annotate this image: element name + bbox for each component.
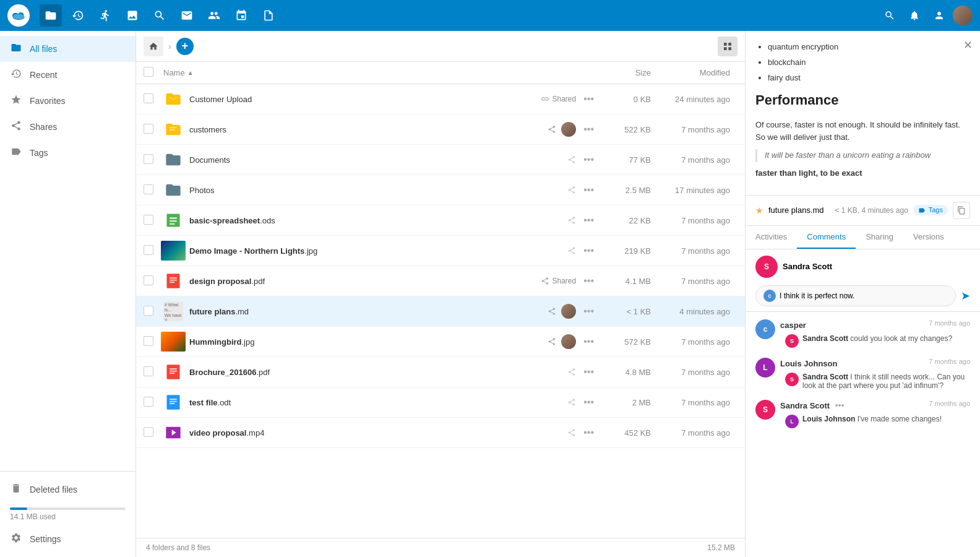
file-type-icon (163, 392, 183, 412)
search-icon[interactable] (879, 4, 901, 27)
sidebar-item-recent[interactable]: Recent (0, 62, 135, 88)
grid-view-button[interactable] (718, 37, 737, 56)
user-icon[interactable] (928, 4, 950, 27)
sidebar-item-label: Settings (30, 534, 61, 544)
nav-notes-icon[interactable] (257, 4, 280, 27)
add-button[interactable]: + (176, 38, 194, 55)
row-actions-menu[interactable]: ••• (581, 426, 596, 439)
comment-thread: L Louis Johnson 7 months ago S Sandra Sc… (755, 358, 970, 390)
compose-text-input[interactable] (780, 291, 948, 300)
user-avatar[interactable] (953, 6, 973, 25)
row-checkbox[interactable] (144, 397, 153, 407)
file-size: 4.8 MB (601, 368, 651, 377)
nav-calendar-icon[interactable] (230, 4, 252, 27)
copy-link-button[interactable] (953, 202, 970, 219)
nav-recent-icon[interactable] (67, 4, 89, 27)
tab-sharing[interactable]: Sharing (856, 226, 903, 249)
row-checkbox[interactable] (144, 245, 153, 255)
notifications-icon[interactable] (903, 4, 926, 27)
row-actions-menu[interactable]: ••• (581, 365, 596, 379)
row-actions-menu[interactable]: ••• (581, 304, 596, 318)
row-actions-menu[interactable]: ••• (581, 395, 596, 409)
nav-files-icon[interactable] (40, 4, 62, 27)
table-row[interactable]: customers ••• 522 KB 7 months ago (136, 114, 745, 145)
row-actions-menu[interactable]: ••• (581, 183, 596, 197)
tab-versions[interactable]: Versions (903, 226, 954, 249)
row-checkbox[interactable] (144, 427, 153, 437)
name-column-header[interactable]: Name ▲ (163, 68, 601, 77)
table-row[interactable]: design proposal.pdf Shared ••• 4.1 MB 7 … (136, 266, 745, 296)
comment-avatar: S (755, 400, 775, 420)
table-row[interactable]: Photos ••• 2.5 MB 17 minutes ago (136, 175, 745, 205)
close-panel-button[interactable]: ✕ (963, 38, 973, 52)
file-toolbar: › + (136, 31, 745, 62)
table-row[interactable]: Hummingbird.jpg ••• 572 KB 7 months ago (136, 327, 745, 357)
file-type-icon (163, 241, 183, 261)
file-name: test file.odt (189, 398, 561, 407)
row-actions-menu[interactable]: ••• (581, 335, 596, 348)
reply-author: Louis Johnson (802, 415, 855, 423)
file-name: future plans.md (189, 307, 541, 316)
table-row[interactable]: Documents ••• 77 KB 7 months ago (136, 145, 745, 175)
table-row[interactable]: video proposal.mp4 ••• 452 KB 7 months a… (136, 418, 745, 448)
row-checkbox[interactable] (144, 215, 153, 225)
nav-activity-icon[interactable] (94, 4, 116, 27)
table-row[interactable]: # What is...We have 3...## secure future… (136, 296, 745, 327)
modified-column-header[interactable]: Modified (651, 68, 737, 77)
row-checkbox[interactable] (144, 154, 153, 164)
table-row[interactable]: basic-spreadsheet.ods ••• 22 KB 7 months… (136, 205, 745, 236)
table-row[interactable]: test file.odt ••• 2 MB 7 months ago (136, 387, 745, 418)
row-checkbox[interactable] (144, 93, 153, 103)
row-checkbox[interactable] (144, 184, 153, 194)
tags-button[interactable]: Tags (913, 205, 948, 215)
file-type-icon (163, 180, 183, 200)
row-actions-menu[interactable]: ••• (581, 274, 596, 288)
nav-contacts-icon[interactable] (203, 4, 225, 27)
select-all-checkbox[interactable] (144, 67, 153, 77)
sidebar-item-deleted[interactable]: Deleted files (0, 477, 135, 503)
row-actions-menu[interactable]: ••• (581, 92, 596, 106)
compose-input-box[interactable]: c (755, 285, 956, 306)
row-actions-menu[interactable]: ••• (581, 153, 596, 166)
file-modified: 17 minutes ago (651, 186, 737, 195)
sidebar-item-settings[interactable]: Settings (0, 526, 135, 552)
comments-list: c casper 7 months ago S Sandra Scott cou… (746, 312, 980, 557)
size-column-header[interactable]: Size (601, 68, 651, 77)
table-row[interactable]: Customer Upload Shared ••• 0 KB 24 minut… (136, 84, 745, 114)
table-row[interactable]: Demo Image - Northern Lights.jpg ••• 219… (136, 236, 745, 266)
file-name: video proposal.mp4 (189, 428, 561, 438)
row-checkbox[interactable] (144, 275, 153, 285)
sidebar-item-tags[interactable]: Tags (0, 140, 135, 166)
sidebar-item-shares[interactable]: Shares (0, 114, 135, 140)
sidebar-item-all-files[interactable]: All files (0, 36, 135, 62)
app-logo[interactable] (7, 4, 30, 27)
nav-search-icon[interactable] (148, 4, 171, 27)
row-checkbox[interactable] (144, 366, 153, 376)
tab-activities[interactable]: Activities (746, 226, 797, 249)
nav-mail-icon[interactable] (176, 4, 198, 27)
share-badge (548, 307, 556, 316)
table-row[interactable]: Brochure_201606.pdf ••• 4.8 MB 7 months … (136, 357, 745, 387)
home-button[interactable] (144, 37, 163, 56)
comment-avatar: L (755, 358, 775, 378)
favorite-star-icon[interactable]: ★ (755, 205, 763, 215)
tab-comments[interactable]: Comments (797, 226, 856, 249)
row-actions-menu[interactable]: ••• (581, 244, 596, 257)
sidebar-item-label: All files (30, 44, 57, 54)
file-size: 522 KB (601, 125, 651, 134)
reply-avatar: S (785, 334, 799, 348)
file-footer: 4 folders and 8 files 15.2 MB (136, 538, 745, 557)
send-comment-button[interactable]: ➤ (961, 289, 970, 303)
row-actions-menu[interactable]: ••• (581, 214, 596, 227)
sidebar-item-favorites[interactable]: Favorites (0, 88, 135, 114)
file-type-icon (163, 332, 183, 352)
file-modified: 7 months ago (651, 368, 737, 377)
row-checkbox[interactable] (144, 336, 153, 346)
file-name: Customer Upload (189, 95, 535, 104)
file-size: 77 KB (601, 155, 651, 165)
row-checkbox[interactable] (144, 306, 153, 316)
row-actions-menu[interactable]: ••• (581, 123, 596, 136)
row-checkbox[interactable] (144, 124, 153, 134)
nav-photos-icon[interactable] (121, 4, 144, 27)
comment-more-menu[interactable]: ••• (835, 400, 845, 410)
